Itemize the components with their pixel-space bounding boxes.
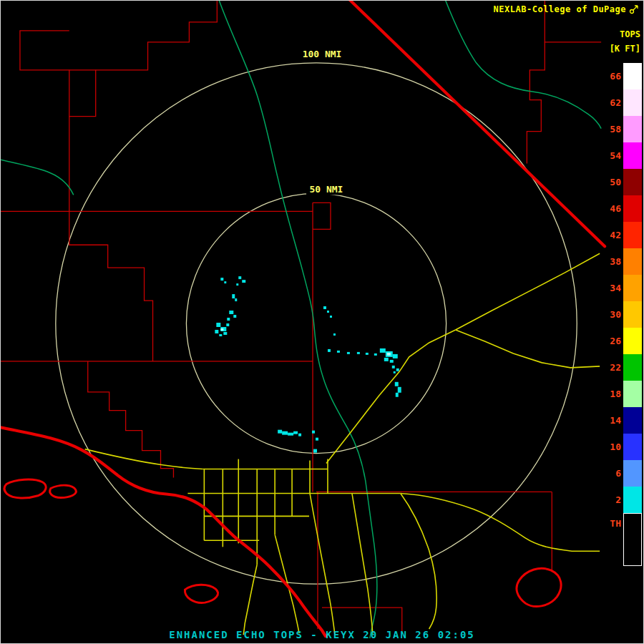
radar-echo bbox=[330, 316, 332, 318]
interstate-path bbox=[348, 1, 605, 246]
radar-echo bbox=[288, 433, 293, 436]
boundary-path bbox=[20, 1, 217, 70]
scale-tick-label: TH bbox=[610, 519, 621, 528]
radar-echo bbox=[384, 358, 389, 361]
scale-row-26: 26 bbox=[599, 328, 642, 354]
radar-echo bbox=[347, 352, 350, 354]
scale-row-38: 38 bbox=[599, 248, 642, 275]
road-path bbox=[326, 330, 456, 464]
river-lines bbox=[1, 1, 601, 638]
scale-row-22: 22 bbox=[599, 354, 642, 381]
scale-row-62: 62 bbox=[599, 89, 642, 116]
brand-text: NEXLAB-College of DuPage bbox=[494, 4, 626, 14]
radar-echo bbox=[229, 311, 233, 314]
outline-feature bbox=[4, 479, 46, 498]
boundary-path bbox=[69, 211, 153, 361]
scale-color-swatch bbox=[623, 460, 642, 487]
river-path bbox=[445, 1, 602, 129]
road-path bbox=[456, 253, 600, 330]
scale-tick-label: 38 bbox=[610, 257, 621, 266]
range-ring-labels: 100 NMI 50 NMI bbox=[299, 49, 346, 195]
scale-row-18: 18 bbox=[599, 381, 642, 407]
radar-map: 100 NMI 50 NMI bbox=[1, 1, 643, 643]
river-path bbox=[1, 160, 74, 195]
radar-echo bbox=[293, 431, 298, 434]
range-label-50nmi: 50 NMI bbox=[310, 184, 343, 195]
scale-tick-label: 10 bbox=[610, 442, 621, 452]
scale-row-6: 6 bbox=[599, 460, 642, 487]
scale-color-swatch bbox=[623, 169, 642, 195]
scale-tick-label: 6 bbox=[615, 469, 621, 478]
station-plot-icon bbox=[629, 4, 639, 14]
road-path bbox=[456, 330, 600, 368]
outline-feature bbox=[517, 568, 561, 606]
radar-echo bbox=[398, 387, 401, 393]
scale-color-swatch bbox=[623, 354, 642, 381]
radar-echo bbox=[316, 438, 318, 441]
scale-color-swatch bbox=[623, 116, 642, 142]
scale-row-58: 58 bbox=[599, 116, 642, 142]
scale-tick-label: 46 bbox=[610, 204, 621, 213]
radar-echo bbox=[387, 353, 391, 356]
boundary-path bbox=[69, 70, 96, 117]
radar-echo bbox=[366, 353, 369, 355]
brand-attribution: NEXLAB-College of DuPage bbox=[494, 4, 639, 14]
radar-echo bbox=[396, 369, 399, 371]
scale-row-10: 10 bbox=[599, 434, 642, 460]
scale-tick-label: 66 bbox=[610, 72, 621, 81]
radar-echo bbox=[323, 306, 326, 309]
scale-color-swatch bbox=[623, 142, 642, 169]
scale-row-54: 54 bbox=[599, 142, 642, 169]
range-rings bbox=[56, 63, 577, 584]
scale-color-swatch bbox=[623, 513, 642, 566]
radar-echo bbox=[227, 318, 230, 321]
scale-tick-label: 34 bbox=[610, 283, 621, 293]
radar-echo bbox=[282, 431, 288, 435]
radar-echo bbox=[232, 294, 235, 298]
radar-echo bbox=[236, 283, 238, 286]
scale-tick-label: 22 bbox=[610, 363, 621, 372]
radar-echo bbox=[224, 281, 226, 283]
radar-echo bbox=[238, 276, 241, 279]
outline-feature bbox=[50, 485, 77, 497]
scale-color-swatch bbox=[623, 434, 642, 460]
scale-tick-label: 26 bbox=[610, 336, 621, 346]
interstate-lines bbox=[1, 1, 605, 636]
scale-color-swatch bbox=[623, 328, 642, 354]
radar-echo bbox=[390, 360, 394, 363]
scale-color-swatch bbox=[623, 63, 642, 89]
radar-echo bbox=[396, 393, 399, 397]
scale-tick-label: 58 bbox=[610, 125, 621, 134]
scale-tick-label: 2 bbox=[615, 495, 621, 504]
units-label: [K FT] bbox=[600, 44, 640, 54]
scale-tick-label: 54 bbox=[610, 151, 621, 160]
radar-echo-layer bbox=[215, 276, 401, 452]
scale-color-swatch bbox=[623, 381, 642, 407]
radar-echo bbox=[394, 371, 396, 374]
boundary-path bbox=[527, 42, 545, 164]
scale-tick-label: 18 bbox=[610, 389, 621, 399]
radar-echo bbox=[216, 323, 220, 327]
radar-echo bbox=[242, 280, 245, 283]
scale-tick-label: 50 bbox=[610, 177, 621, 187]
radar-echo bbox=[312, 431, 315, 434]
radar-echo bbox=[393, 354, 398, 358]
radar-echo bbox=[223, 332, 227, 335]
scale-row-34: 34 bbox=[599, 275, 642, 301]
scale-row-42: 42 bbox=[599, 222, 642, 248]
radar-echo bbox=[220, 278, 223, 280]
interstate-path bbox=[1, 427, 326, 636]
radar-echo bbox=[327, 311, 329, 313]
scale-color-swatch bbox=[623, 275, 642, 301]
scale-row-50: 50 bbox=[599, 169, 642, 195]
status-bar: ENHANCED ECHO TOPS - KEYX 20 JAN 26 02:0… bbox=[1, 629, 643, 640]
product-name-label: TOPS bbox=[600, 29, 640, 39]
boundary-path bbox=[313, 203, 331, 229]
scale-tick-label: 30 bbox=[610, 310, 621, 319]
scale-row-66: 66 bbox=[599, 63, 642, 89]
scale-row-14: 14 bbox=[599, 407, 642, 434]
road-path bbox=[401, 493, 436, 629]
outline-feature bbox=[185, 585, 218, 602]
scale-tick-label: 62 bbox=[610, 98, 621, 107]
radar-echo bbox=[328, 349, 331, 352]
